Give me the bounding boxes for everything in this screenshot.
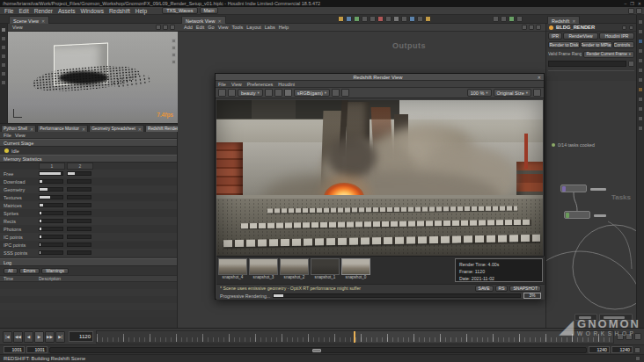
display-icon[interactable] bbox=[172, 39, 176, 43]
net-menu-add[interactable]: Add bbox=[182, 25, 194, 30]
tool-icon[interactable] bbox=[385, 16, 392, 22]
window-titlebar[interactable]: /home/briansilva/Work/Project_Files/Gnom… bbox=[0, 0, 644, 7]
display-options-icon[interactable] bbox=[170, 25, 175, 30]
net-menu-tools[interactable]: Tools bbox=[230, 25, 245, 30]
select-icon[interactable] bbox=[1, 27, 6, 33]
panel-icon[interactable] bbox=[638, 19, 643, 25]
display-icon[interactable] bbox=[172, 53, 176, 57]
display-icon[interactable] bbox=[172, 60, 176, 64]
tool-icon[interactable] bbox=[401, 16, 407, 22]
close-icon[interactable]: ✕ bbox=[82, 127, 85, 132]
menu-help[interactable]: Help bbox=[133, 8, 150, 14]
menu-file[interactable]: File bbox=[2, 8, 16, 14]
rv-menu-houdini[interactable]: Houdini bbox=[278, 82, 295, 87]
tool-icon[interactable] bbox=[377, 16, 384, 22]
size-dropdown[interactable]: Original Size bbox=[494, 89, 531, 97]
playhead[interactable] bbox=[354, 331, 355, 343]
log-col-description[interactable]: Description bbox=[39, 276, 61, 281]
desktop-tab-1[interactable]: TXS_Waves bbox=[162, 7, 197, 14]
controls-button[interactable]: Controls... bbox=[613, 41, 634, 48]
range-slider-handle[interactable] bbox=[312, 349, 321, 352]
net-menu-help[interactable]: Help bbox=[277, 25, 290, 30]
top-node[interactable] bbox=[560, 185, 587, 192]
panel-icon[interactable] bbox=[638, 126, 643, 131]
snapshot-item[interactable]: snapshot_0 bbox=[341, 258, 370, 279]
close-icon[interactable]: ✕ bbox=[572, 18, 575, 24]
rv-menu-file[interactable]: File bbox=[218, 82, 226, 87]
rs-button[interactable]: RS bbox=[495, 286, 509, 292]
houdini-ipr-button[interactable]: Houdini IPR bbox=[599, 33, 634, 40]
snap-icon[interactable] bbox=[338, 16, 344, 22]
tool-icon[interactable] bbox=[501, 16, 507, 22]
network-overlay-button[interactable] bbox=[574, 314, 597, 321]
pin-icon[interactable] bbox=[622, 25, 626, 30]
global-start-field[interactable]: 1001 bbox=[4, 346, 25, 353]
menu-windows[interactable]: Windows bbox=[78, 8, 106, 14]
region-render-icon[interactable] bbox=[274, 89, 282, 97]
net-icon[interactable] bbox=[536, 25, 541, 30]
play-button[interactable]: ▶ bbox=[34, 331, 44, 343]
snapshot-button[interactable]: SNAPSHOT bbox=[509, 286, 541, 292]
tab-performance-monitor[interactable]: Performance Monitor✕ bbox=[37, 125, 88, 132]
handles-icon[interactable] bbox=[1, 62, 6, 68]
bucket-render-icon[interactable] bbox=[265, 89, 273, 97]
play-fast-button[interactable]: ▶▶ bbox=[45, 331, 55, 343]
tool-icon[interactable] bbox=[370, 16, 376, 22]
tool-icon[interactable] bbox=[417, 16, 423, 22]
node-flag-icon[interactable] bbox=[549, 25, 553, 30]
goto-start-button[interactable]: |◀ bbox=[3, 331, 12, 343]
playbar-options-icon[interactable] bbox=[617, 333, 624, 340]
play-reverse-fast-button[interactable]: ◀◀ bbox=[13, 331, 23, 343]
net-icon[interactable] bbox=[522, 25, 527, 30]
network-overlay-button[interactable] bbox=[599, 314, 633, 321]
ipr-toggle-icon[interactable] bbox=[284, 89, 292, 97]
log-filter-warnings[interactable]: Warnings bbox=[41, 268, 69, 274]
menu-assets[interactable]: Assets bbox=[55, 8, 78, 14]
menu-edit[interactable]: Edit bbox=[16, 8, 31, 14]
rv-menu-view[interactable]: View bbox=[231, 82, 242, 87]
log-filter-errors[interactable]: Errors bbox=[19, 268, 40, 274]
panel-icon[interactable] bbox=[638, 116, 643, 121]
close-icon[interactable]: ✕ bbox=[41, 18, 45, 24]
frame-range-dropdown[interactable]: Render Current Frame bbox=[583, 51, 634, 58]
renderview-button[interactable]: RenderView bbox=[563, 33, 598, 40]
timeline-ruler[interactable] bbox=[96, 330, 614, 344]
net-menu-view[interactable]: View bbox=[216, 25, 231, 30]
camera-icon[interactable] bbox=[156, 25, 161, 30]
redshift-render-view-window[interactable]: Redshift Render View ✕ File View Prefere… bbox=[215, 73, 545, 300]
info-menu-file[interactable]: File bbox=[2, 133, 13, 138]
close-icon[interactable]: ✕ bbox=[218, 18, 222, 24]
close-icon[interactable]: ✕ bbox=[138, 127, 142, 132]
tool-icon[interactable] bbox=[362, 16, 368, 22]
close-icon[interactable]: ✕ bbox=[638, 1, 641, 6]
grid-icon[interactable] bbox=[346, 16, 352, 22]
panel-icon[interactable] bbox=[638, 97, 643, 102]
menu-redshift[interactable]: Redshift bbox=[106, 8, 133, 14]
tool-icon[interactable] bbox=[493, 16, 499, 22]
aov-dropdown[interactable]: beauty bbox=[238, 89, 263, 97]
file-chooser-icon[interactable] bbox=[628, 61, 634, 67]
points-icon[interactable] bbox=[354, 16, 360, 22]
global-end-field[interactable]: 1240 bbox=[611, 346, 633, 353]
snap-icon[interactable] bbox=[1, 71, 6, 76]
log-col-time[interactable]: Time bbox=[4, 276, 39, 281]
snapshot-camera-icon[interactable] bbox=[533, 89, 541, 97]
zoom-dropdown[interactable]: 100 % bbox=[467, 89, 492, 97]
net-icon[interactable] bbox=[529, 25, 534, 30]
net-menu-labs[interactable]: Labs bbox=[263, 25, 277, 30]
panel-icon[interactable] bbox=[638, 29, 643, 34]
maximize-icon[interactable]: ❐ bbox=[630, 1, 633, 6]
minimize-icon[interactable]: – bbox=[625, 1, 627, 6]
tool-icon[interactable] bbox=[516, 16, 523, 22]
viewport-canvas[interactable]: 7.4fps bbox=[8, 32, 178, 123]
panel-icon[interactable] bbox=[638, 68, 643, 73]
rv-menu-preferences[interactable]: Preferences bbox=[247, 82, 274, 87]
scale-icon[interactable] bbox=[1, 54, 6, 59]
panel-icon[interactable] bbox=[638, 48, 643, 54]
step-back-button[interactable]: ◀ bbox=[24, 331, 33, 343]
lighting-icon[interactable] bbox=[163, 25, 168, 30]
status-icon[interactable] bbox=[635, 356, 640, 361]
panel-icon[interactable] bbox=[638, 77, 643, 83]
tab-python-shell[interactable]: Python Shell✕ bbox=[1, 125, 36, 132]
save-image-icon[interactable] bbox=[218, 89, 226, 97]
